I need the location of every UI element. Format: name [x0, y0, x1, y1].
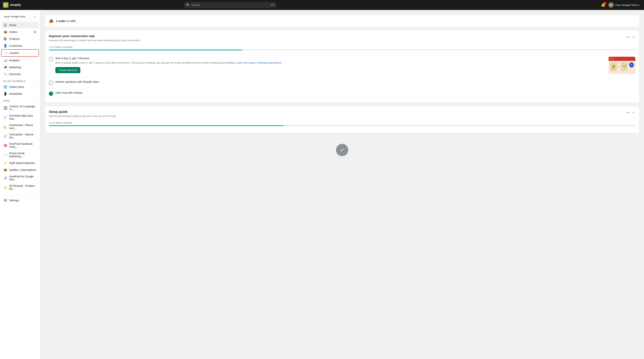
order-fulfill-card[interactable]: 📥 1 order to fulfill › [45, 14, 640, 27]
content-area: 📥 1 order to fulfill › Improve your conv… [40, 10, 644, 359]
sidebar-item-online-store[interactable]: 🌐 Online Store [1, 83, 39, 90]
main-nav: 🏠 Home 📦 Orders 1 🛍️ Products 👤 Customer… [0, 22, 40, 77]
sidebar-item-content[interactable]: 📄 Content [1, 49, 39, 57]
setup-guide-progress-bar [49, 125, 636, 126]
sidebar-item-marketing[interactable]: 📣 Marketing [1, 64, 39, 70]
store-name: Irene Vintage Picks A... [615, 4, 641, 6]
search-icon: 🔍 [186, 3, 190, 6]
setup-guide-subtitle: Use this personalized guide to get your … [49, 115, 116, 117]
sidebar-item-orders-label: Orders [9, 30, 18, 33]
task-trust-reviews-content: Gain trust with reviews [56, 91, 636, 95]
setup-guide-header: Setup guide Use this personalized guide … [49, 110, 636, 120]
conversion-card-title-area: Improve your conversion rate Increase th… [49, 34, 141, 44]
setup-guide-collapse-button[interactable]: ∨ [632, 110, 636, 115]
sidebar-item-settings[interactable]: ⚙️ Settings [1, 197, 39, 204]
sidebar-item-ali-reviews[interactable]: ⭐ Ali Reviews - Product Re... [1, 183, 39, 192]
sidebar-item-discounts-label: Discounts [9, 73, 21, 76]
conversion-card-menu-button[interactable]: ••• [625, 34, 630, 39]
orders-icon: 📦 [4, 30, 7, 34]
shopify-logo[interactable]: S shopify [3, 2, 21, 8]
sidebar-item-discounts[interactable]: 🏷️ Discounts [1, 71, 39, 77]
order-card-left: 📥 1 order to fulfill [49, 18, 76, 23]
store-avatar: IV [608, 2, 614, 8]
sidebar-item-products[interactable]: 🛍️ Products [1, 35, 39, 42]
search-input[interactable] [184, 2, 276, 8]
sidebar-item-oneupsell[interactable]: 📈 OneUpSell - Volume Dis... [1, 131, 39, 141]
feedhub-icon: 🔗 [4, 176, 7, 180]
conversion-progress-label: 1 of 3 tasks complete [49, 46, 636, 48]
orders-badge: 1 [33, 31, 36, 33]
sidebar-item-feedhub[interactable]: 🔗 FeedHub for Google Sho... [1, 173, 39, 183]
conversion-rate-card: Improve your conversion rate Increase th… [45, 30, 640, 103]
apps-expand-icon[interactable]: › [36, 100, 37, 102]
sidebar-item-home[interactable]: 🏠 Home [1, 22, 39, 28]
setup-guide-title: Setup guide [49, 110, 116, 114]
sidebar-item-swift-speed[interactable]: ⚡ Swift Speed Optimize [1, 160, 39, 166]
sidebar-item-orders[interactable]: 📦 Orders 1 [1, 28, 39, 35]
topbar-actions: 🔔 1 IV Irene Vintage Picks A... [600, 2, 641, 8]
order-text: 1 order to fulfill [56, 19, 76, 22]
flowio-icon: ✉️ [4, 153, 7, 157]
sidebar-item-feedhub-label: FeedHub for Google Sho... [9, 175, 36, 181]
notification-button[interactable]: 🔔 1 [600, 2, 606, 8]
task-shopify-inbox: Answer questions with Shopify Inbox [49, 77, 636, 88]
shopify-logo-text: shopify [10, 3, 21, 7]
analytics-icon: 📊 [4, 58, 7, 62]
task-shopify-inbox-status [49, 81, 53, 85]
sidebar-item-analytics[interactable]: 📊 Analytics [1, 57, 39, 64]
online-store-icon: 🌐 [4, 85, 7, 89]
task-trust-reviews: ✓ Gain trust with reviews [49, 88, 636, 99]
task-buy-x-get-y-content: Give a buy X, get Y discount 66% of peop… [56, 57, 606, 73]
sidebar-item-customers[interactable]: 👤 Customers [1, 42, 39, 49]
task-learn-more-link[interactable]: Learn more about marketing automations [236, 61, 282, 64]
subbox-icon: 📦 [4, 168, 7, 172]
sidebar-item-marketing-label: Marketing [9, 66, 21, 69]
sidebar-item-ali-reviews-label: Ali Reviews - Product Re... [9, 184, 36, 190]
sidebar-item-oneupsell-label: OneUpSell - Volume Dis... [9, 133, 36, 139]
sidebar-item-onepixel-label: OnePixel Facebook Pixel,... [9, 142, 36, 148]
sales-channels-section: Sales channels › [0, 78, 40, 83]
settings-icon: ⚙️ [4, 198, 7, 202]
sidebar-item-onesection-label: OneSection: Theme sect... [9, 124, 36, 130]
sidebar-item-transcy[interactable]: 🔤 Transcy: AI Language Tr... [1, 103, 39, 112]
bottom-check-area: ✓ [45, 136, 640, 164]
task-shopify-inbox-content: Answer questions with Shopify Inbox [56, 80, 636, 84]
sidebar-item-omnisell[interactable]: 🛒 OmniSell eBay Etsy Inte... [1, 113, 39, 122]
setup-guide-menu-button[interactable]: ••• [625, 110, 630, 115]
chevron-down-icon: ▼ [34, 15, 36, 18]
setup-guide-progress-label: 2 of 5 tasks complete [49, 121, 636, 124]
discount-illustration: 🌵 + 🌱 % [608, 57, 636, 74]
store-selector-label: Irene Vintage Picks [4, 15, 26, 18]
sidebar-item-subbox[interactable]: 📦 SubBox: Subscriptions [1, 166, 39, 173]
app-container: S shopify 🔍 ⌘K 🔔 1 IV Irene Vintage Pick… [0, 0, 644, 359]
discounts-icon: 🏷️ [4, 72, 7, 76]
conversion-progress-bar [49, 50, 636, 50]
transcy-icon: 🔤 [4, 106, 7, 110]
sidebar-item-customers-label: Customers [9, 44, 22, 47]
main-layout: Irene Vintage Picks ▼ 🏠 Home 📦 Orders 1 … [0, 10, 644, 359]
sidebar-item-one-mobile[interactable]: 📱 OneMobile [1, 90, 39, 97]
order-count: 1 order [56, 19, 66, 22]
content-icon: 📄 [4, 51, 8, 55]
apps-section: Apps › [0, 97, 40, 103]
store-selector-button[interactable]: IV Irene Vintage Picks A... [608, 2, 641, 8]
sidebar-item-flowio[interactable]: ✉️ Flowio Email Marketing, ... [1, 150, 39, 159]
task-buy-x-get-y-status [49, 57, 53, 61]
sidebar-item-onesection[interactable]: 📐 OneSection: Theme sect... [1, 122, 39, 131]
conversion-card-header: Improve your conversion rate Increase th… [49, 34, 636, 44]
create-discount-button[interactable]: Create discount [56, 67, 80, 73]
store-selector[interactable]: Irene Vintage Picks ▼ [2, 13, 38, 20]
onesection-icon: 📐 [4, 125, 7, 129]
conversion-card-collapse-button[interactable]: ∧ [632, 34, 636, 39]
one-mobile-icon: 📱 [4, 92, 7, 96]
sidebar-item-swift-speed-label: Swift Speed Optimize [9, 161, 35, 165]
sidebar-item-flowio-label: Flowio Email Marketing, ... [9, 152, 36, 158]
sidebar-item-onepixel[interactable]: 🎯 OnePixel Facebook Pixel,... [1, 141, 39, 150]
ali-reviews-icon: ⭐ [4, 186, 7, 189]
sidebar-item-one-mobile-label: OneMobile [9, 92, 22, 95]
task-trust-reviews-title: Gain trust with reviews [56, 91, 636, 94]
notification-badge: 1 [603, 2, 606, 5]
sidebar-item-omnisell-label: OmniSell eBay Etsy Inte... [9, 114, 36, 120]
sales-channels-expand-icon[interactable]: › [36, 80, 37, 82]
conversion-card-actions: ••• ∧ [625, 34, 636, 39]
